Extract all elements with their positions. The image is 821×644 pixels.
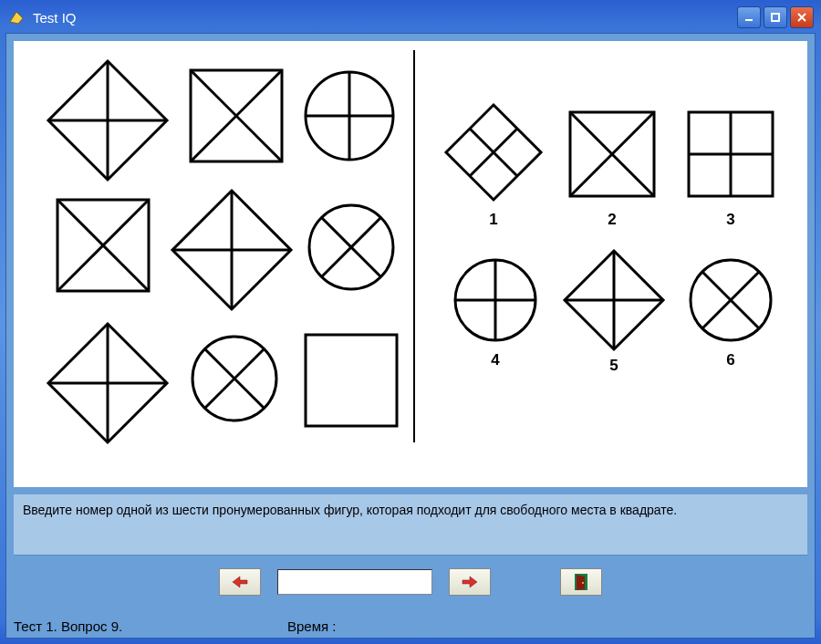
window-title: Test IQ	[33, 10, 737, 26]
option-4[interactable]	[448, 253, 543, 348]
status-time-label: Время :	[287, 618, 807, 634]
option-5-label: 5	[600, 357, 628, 375]
status-question: Тест 1. Вопрос 9.	[14, 618, 287, 634]
option-6[interactable]	[683, 253, 778, 348]
exit-button[interactable]	[560, 568, 602, 596]
titlebar: Test IQ	[4, 4, 817, 31]
matrix-2-3	[302, 198, 400, 296]
matrix-2-2	[163, 182, 300, 318]
matrix-2-1	[50, 192, 156, 298]
arrow-right-icon	[461, 576, 479, 588]
svg-rect-27	[306, 335, 397, 426]
puzzle-canvas: 1 2 3 4	[14, 41, 807, 487]
option-5[interactable]	[557, 244, 670, 357]
option-1-label: 1	[480, 211, 507, 229]
instruction-text: Введите номер одной из шести пронумерова…	[14, 494, 807, 556]
divider	[413, 50, 415, 442]
matrix-empty-slot	[300, 329, 402, 431]
app-icon	[7, 8, 26, 26]
option-4-label: 4	[482, 351, 509, 369]
door-icon	[574, 573, 588, 591]
option-2[interactable]	[565, 107, 660, 202]
close-button[interactable]	[790, 6, 814, 28]
svg-point-48	[582, 582, 584, 584]
prev-button[interactable]	[219, 568, 261, 596]
window-controls	[737, 6, 814, 28]
minimize-button[interactable]	[737, 6, 761, 28]
matrix-3-1	[39, 315, 176, 452]
option-3[interactable]	[683, 107, 778, 202]
svg-rect-0	[745, 19, 753, 21]
client-area: 1 2 3 4	[5, 33, 816, 639]
option-3-label: 3	[717, 211, 744, 229]
control-row	[6, 559, 815, 608]
matrix-3-2	[185, 329, 284, 428]
time-label: Время :	[287, 618, 336, 634]
maximize-button[interactable]	[764, 6, 787, 28]
app-window: Test IQ	[0, 0, 821, 644]
matrix-1-3	[298, 65, 400, 167]
status-bar: Тест 1. Вопрос 9. Время :	[6, 608, 815, 638]
svg-rect-1	[772, 14, 779, 21]
option-6-label: 6	[717, 351, 744, 369]
answer-input[interactable]	[277, 569, 432, 595]
matrix-1-2	[183, 63, 289, 169]
option-1[interactable]	[439, 98, 548, 207]
arrow-left-icon	[231, 576, 249, 588]
option-2-label: 2	[598, 211, 626, 229]
matrix-1-1	[39, 52, 176, 189]
next-button[interactable]	[449, 568, 491, 596]
